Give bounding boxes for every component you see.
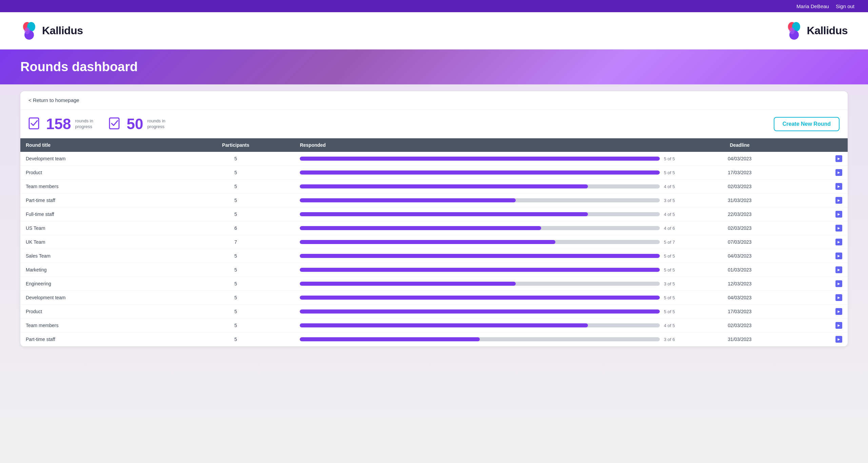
row-chevron-icon[interactable]: ► bbox=[835, 169, 842, 176]
table-row: US Team 6 4 of 6 02/03/2023 ► bbox=[20, 221, 848, 235]
row-action-cell[interactable]: ► bbox=[793, 235, 848, 249]
row-chevron-icon[interactable]: ► bbox=[835, 280, 842, 287]
progress-label: 4 of 5 bbox=[664, 184, 681, 189]
row-action-cell[interactable]: ► bbox=[793, 333, 848, 346]
progress-bar-container bbox=[300, 212, 660, 216]
col-deadline: Deadline bbox=[686, 138, 793, 152]
table-row: Development team 5 5 of 5 04/03/2023 ► bbox=[20, 152, 848, 166]
progress-bar-container bbox=[300, 323, 660, 327]
row-action-cell[interactable]: ► bbox=[793, 207, 848, 221]
svg-rect-9 bbox=[110, 118, 119, 129]
table-row: Marketing 5 5 of 5 01/03/2023 ► bbox=[20, 263, 848, 277]
progress-bar-fill bbox=[300, 184, 588, 188]
responded-cell: 3 of 6 bbox=[294, 333, 686, 346]
progress-bar-container bbox=[300, 309, 660, 314]
deadline-cell: 12/03/2023 bbox=[686, 277, 793, 291]
table-row: Product 5 5 of 5 17/03/2023 ► bbox=[20, 166, 848, 180]
row-chevron-icon[interactable]: ► bbox=[835, 239, 842, 245]
page-title: Rounds dashboard bbox=[20, 60, 138, 74]
row-chevron-icon[interactable]: ► bbox=[835, 253, 842, 259]
round-title-cell: Part-time staff bbox=[20, 194, 177, 207]
svg-point-7 bbox=[789, 27, 795, 34]
progress-label: 3 of 5 bbox=[664, 198, 681, 203]
participants-cell: 5 bbox=[177, 152, 294, 166]
row-chevron-icon[interactable]: ► bbox=[835, 211, 842, 218]
deadline-cell: 02/03/2023 bbox=[686, 180, 793, 194]
progress-bar-container bbox=[300, 157, 660, 161]
progress-label: 5 of 5 bbox=[664, 156, 681, 161]
row-chevron-icon[interactable]: ► bbox=[835, 336, 842, 343]
progress-label: 3 of 5 bbox=[664, 281, 681, 286]
participants-cell: 5 bbox=[177, 166, 294, 180]
table-row: Team members 5 4 of 5 02/03/2023 ► bbox=[20, 180, 848, 194]
participants-cell: 5 bbox=[177, 277, 294, 291]
row-action-cell[interactable]: ► bbox=[793, 291, 848, 305]
progress-bar-container bbox=[300, 170, 660, 175]
main-content: < Return to homepage 158 rounds in progr… bbox=[0, 84, 868, 463]
progress-bar-fill bbox=[300, 212, 588, 216]
deadline-cell: 01/03/2023 bbox=[686, 263, 793, 277]
row-action-cell[interactable]: ► bbox=[793, 263, 848, 277]
row-chevron-icon[interactable]: ► bbox=[835, 266, 842, 273]
stat-label-2: rounds in progress bbox=[147, 118, 167, 130]
progress-bar-container bbox=[300, 254, 660, 258]
participants-cell: 5 bbox=[177, 305, 294, 319]
round-title-cell: Development team bbox=[20, 152, 177, 166]
table-row: Part-time staff 5 3 of 5 31/03/2023 ► bbox=[20, 194, 848, 207]
stat-item-1: 158 rounds in progress bbox=[28, 117, 95, 132]
progress-bar-fill bbox=[300, 254, 660, 258]
progress-label: 5 of 5 bbox=[664, 267, 681, 273]
logo-text-right: Kallidus bbox=[807, 24, 848, 37]
round-title-cell: Engineering bbox=[20, 277, 177, 291]
return-homepage-link[interactable]: < Return to homepage bbox=[28, 97, 79, 103]
responded-cell: 5 of 7 bbox=[294, 235, 686, 249]
round-title-cell: Team members bbox=[20, 319, 177, 333]
row-chevron-icon[interactable]: ► bbox=[835, 225, 842, 232]
progress-bar-container bbox=[300, 240, 660, 244]
row-action-cell[interactable]: ► bbox=[793, 166, 848, 180]
row-chevron-icon[interactable]: ► bbox=[835, 183, 842, 190]
logo-left: Kallidus bbox=[20, 22, 83, 40]
responded-cell: 5 of 5 bbox=[294, 166, 686, 180]
row-action-cell[interactable]: ► bbox=[793, 277, 848, 291]
responded-cell: 5 of 5 bbox=[294, 291, 686, 305]
progress-bar-fill bbox=[300, 157, 660, 161]
kallidus-logo-right-icon bbox=[785, 22, 803, 40]
create-new-round-button[interactable]: Create New Round bbox=[774, 117, 840, 131]
hero-banner: Rounds dashboard bbox=[0, 49, 868, 84]
round-title-cell: Team members bbox=[20, 180, 177, 194]
row-chevron-icon[interactable]: ► bbox=[835, 322, 842, 329]
row-action-cell[interactable]: ► bbox=[793, 305, 848, 319]
row-chevron-icon[interactable]: ► bbox=[835, 294, 842, 301]
progress-bar-container bbox=[300, 226, 660, 230]
row-chevron-icon[interactable]: ► bbox=[835, 308, 842, 315]
progress-bar-container bbox=[300, 268, 660, 272]
row-action-cell[interactable]: ► bbox=[793, 249, 848, 263]
progress-bar-fill bbox=[300, 240, 555, 244]
progress-label: 4 of 5 bbox=[664, 212, 681, 217]
participants-cell: 5 bbox=[177, 249, 294, 263]
round-title-cell: Part-time staff bbox=[20, 333, 177, 346]
table-row: Engineering 5 3 of 5 12/03/2023 ► bbox=[20, 277, 848, 291]
stats-row: 158 rounds in progress 50 rounds in prog… bbox=[20, 110, 848, 138]
row-action-cell[interactable]: ► bbox=[793, 152, 848, 166]
deadline-cell: 31/03/2023 bbox=[686, 333, 793, 346]
row-chevron-icon[interactable]: ► bbox=[835, 155, 842, 162]
deadline-cell: 02/03/2023 bbox=[686, 221, 793, 235]
row-action-cell[interactable]: ► bbox=[793, 221, 848, 235]
return-link-container: < Return to homepage bbox=[20, 91, 848, 110]
row-action-cell[interactable]: ► bbox=[793, 194, 848, 207]
progress-label: 5 of 7 bbox=[664, 240, 681, 245]
signout-link[interactable]: Sign out bbox=[836, 3, 854, 9]
round-title-cell: Sales Team bbox=[20, 249, 177, 263]
deadline-cell: 17/03/2023 bbox=[686, 305, 793, 319]
row-action-cell[interactable]: ► bbox=[793, 319, 848, 333]
table-row: Development team 5 5 of 5 04/03/2023 ► bbox=[20, 291, 848, 305]
progress-bar-container bbox=[300, 337, 660, 341]
rounds-in-progress-icon-1 bbox=[28, 117, 42, 131]
row-chevron-icon[interactable]: ► bbox=[835, 197, 842, 204]
row-action-cell[interactable]: ► bbox=[793, 180, 848, 194]
round-title-cell: UK Team bbox=[20, 235, 177, 249]
progress-label: 4 of 6 bbox=[664, 226, 681, 231]
participants-cell: 5 bbox=[177, 180, 294, 194]
